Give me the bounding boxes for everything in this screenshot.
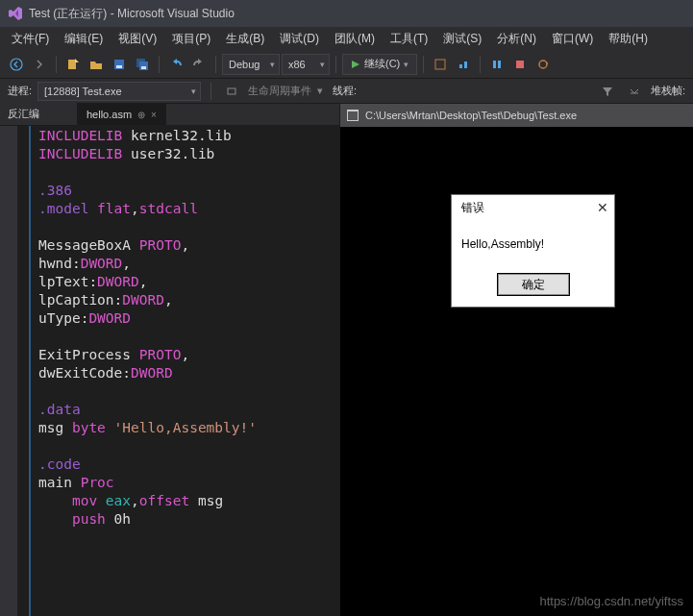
menu-生成b[interactable]: 生成(B) [218, 28, 272, 50]
console-title-text: C:\Users\Mrtan\Desktop\Test\Debug\Test.e… [365, 110, 577, 121]
restart-icon[interactable] [532, 54, 554, 75]
menu-工具t[interactable]: 工具(T) [383, 28, 435, 50]
menu-项目p[interactable]: 项目(P) [164, 28, 218, 50]
process-label: 进程: [8, 84, 32, 98]
svg-point-11 [539, 61, 547, 68]
menu-分析n[interactable]: 分析(N) [489, 28, 544, 50]
toggle-icon[interactable] [624, 81, 645, 102]
svg-rect-10 [516, 61, 524, 68]
stackframe-label: 堆栈帧: [651, 84, 685, 98]
menubar: 文件(F)编辑(E)视图(V)项目(P)生成(B)调试(D)团队(M)工具(T)… [0, 27, 693, 50]
console-pane: C:\Users\Mrtan\Desktop\Test\Debug\Test.e… [340, 104, 693, 616]
process-bar: 进程: [12888] Test.exe 生命周期事件 ▾ 线程: 堆栈帧: [0, 79, 693, 104]
msgbox-text: Hello,Assembly! [452, 220, 614, 268]
nav-fwd-icon[interactable] [29, 54, 50, 75]
document-tab[interactable]: hello.asm ⊕ × [77, 104, 166, 125]
menu-编辑e[interactable]: 编辑(E) [57, 28, 111, 50]
code-editor[interactable]: INCLUDELIB kernel32.libINCLUDELIB user32… [0, 125, 339, 616]
msgbox-ok-button[interactable]: 确定 [498, 274, 569, 295]
stop-icon[interactable] [509, 54, 531, 75]
svg-point-0 [11, 59, 22, 70]
document-tab-label: hello.asm [87, 109, 132, 120]
console-body: 错误 ✕ Hello,Assembly! 确定 [340, 127, 693, 616]
save-icon[interactable] [109, 54, 130, 75]
play-icon [351, 60, 360, 69]
process-combo[interactable]: [12888] Test.exe [37, 82, 201, 101]
svg-rect-3 [116, 65, 122, 68]
pin-icon[interactable]: ⊕ [137, 110, 145, 120]
undo-icon[interactable] [165, 54, 186, 75]
redo-icon[interactable] [188, 54, 210, 75]
menu-团队m[interactable]: 团队(M) [327, 28, 383, 50]
pause-icon[interactable] [486, 54, 507, 75]
svg-rect-6 [141, 66, 146, 69]
console-titlebar: C:\Users\Mrtan\Desktop\Test\Debug\Test.e… [340, 104, 693, 127]
msgbox-close-icon[interactable]: ✕ [597, 200, 608, 215]
close-icon[interactable]: × [151, 110, 157, 120]
marker-margin [0, 125, 17, 616]
menu-窗口w[interactable]: 窗口(W) [544, 28, 601, 50]
platform-combo[interactable]: x86 [282, 54, 330, 75]
menu-测试s[interactable]: 测试(S) [435, 28, 489, 50]
menu-帮助h[interactable]: 帮助(H) [601, 28, 656, 50]
outline-gutter [17, 125, 31, 616]
menu-文件f[interactable]: 文件(F) [4, 28, 57, 50]
svg-rect-14 [348, 111, 358, 120]
filter-icon[interactable] [597, 81, 618, 102]
svg-rect-9 [498, 61, 501, 68]
menu-调试d[interactable]: 调试(D) [272, 28, 327, 50]
save-all-icon[interactable] [132, 54, 153, 75]
continue-button[interactable]: 继续(C) ▾ [342, 54, 417, 75]
lifecycle-label: 生命周期事件 [248, 84, 311, 98]
open-icon[interactable] [86, 54, 107, 75]
app-icon [346, 109, 359, 122]
msgbox-title-text: 错误 [461, 200, 484, 216]
svg-rect-1 [68, 60, 76, 69]
config-combo[interactable]: Debug [222, 54, 280, 75]
menu-视图v[interactable]: 视图(V) [111, 28, 164, 50]
lifecycle-icon[interactable] [221, 81, 242, 102]
continue-label: 继续(C) [364, 57, 400, 71]
nav-back-icon[interactable] [6, 54, 27, 75]
thread-label: 线程: [333, 84, 357, 98]
vs-logo-icon [8, 6, 23, 21]
svg-rect-7 [435, 60, 445, 69]
message-box: 错误 ✕ Hello,Assembly! 确定 [451, 194, 615, 308]
main-toolbar: Debug x86 继续(C) ▾ [0, 50, 693, 79]
editor-pane: 反汇编 hello.asm ⊕ × INCLUDELIB kernel32.li… [0, 104, 340, 616]
msgbox-titlebar[interactable]: 错误 ✕ [452, 195, 614, 220]
new-item-icon[interactable] [62, 54, 84, 75]
code-area[interactable]: INCLUDELIB kernel32.libINCLUDELIB user32… [31, 125, 339, 616]
tool-icon-1[interactable] [430, 54, 451, 75]
tool-icon-2[interactable] [453, 54, 474, 75]
disassembly-tab[interactable]: 反汇编 [0, 103, 77, 126]
svg-rect-12 [228, 88, 235, 94]
watermark: https://blog.csdn.net/yiftss [539, 594, 683, 608]
titlebar: Test (正在运行) - Microsoft Visual Studio [0, 0, 693, 27]
window-title: Test (正在运行) - Microsoft Visual Studio [29, 6, 235, 22]
svg-rect-8 [493, 61, 496, 68]
